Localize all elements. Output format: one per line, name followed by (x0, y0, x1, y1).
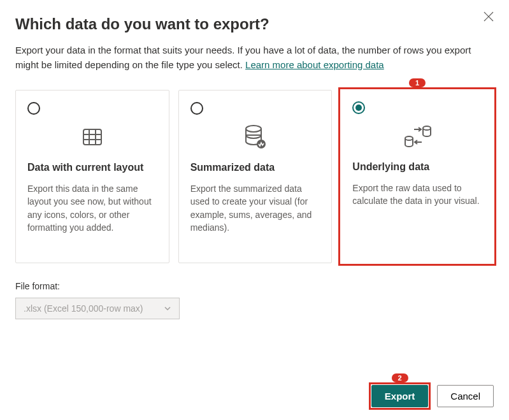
dialog-title: Which data do you want to export? (15, 15, 494, 33)
export-options: Data with current layout Export this dat… (15, 90, 494, 263)
close-button[interactable] (481, 9, 496, 24)
dialog-footer: 2 Export Cancel (371, 385, 494, 407)
svg-point-7 (246, 126, 261, 132)
file-format-value: .xlsx (Excel 150,000-row max) (24, 303, 143, 314)
annotation-badge-2: 2 (391, 373, 408, 382)
svg-point-10 (423, 126, 431, 130)
annotation-frame-1 (338, 87, 496, 266)
option-description: Export the raw data used to calculate th… (352, 182, 482, 208)
database-transfer-icon (352, 122, 482, 151)
chevron-down-icon (164, 305, 171, 312)
svg-point-11 (405, 136, 413, 140)
close-icon (483, 11, 494, 22)
option-description: Export the summarized data used to creat… (190, 182, 320, 234)
option-summarized[interactable]: Summarized data Export the summarized da… (178, 90, 333, 263)
option-title: Data with current layout (27, 162, 157, 173)
database-summary-icon (190, 122, 320, 152)
learn-more-link[interactable]: Learn more about exporting data (245, 59, 384, 70)
option-title: Underlying data (352, 161, 482, 173)
option-underlying[interactable]: 1 Underlying data Export the raw data us… (341, 90, 494, 263)
file-format-label: File format: (15, 281, 494, 291)
option-current-layout[interactable]: Data with current layout Export this dat… (15, 90, 169, 263)
annotation-badge-1: 1 (409, 78, 426, 87)
radio-current-layout[interactable] (27, 102, 40, 115)
radio-summarized[interactable] (190, 102, 203, 115)
svg-rect-2 (83, 129, 101, 145)
file-format-select[interactable]: .xlsx (Excel 150,000-row max) (15, 298, 180, 319)
dialog-description-text: Export your data in the format that suit… (15, 45, 471, 70)
option-title: Summarized data (190, 162, 320, 173)
radio-underlying[interactable] (352, 101, 365, 114)
table-icon (27, 122, 157, 152)
cancel-button[interactable]: Cancel (437, 385, 494, 407)
dialog-description: Export your data in the format that suit… (15, 43, 487, 72)
export-button[interactable]: Export (371, 385, 429, 407)
option-description: Export this data in the same layout you … (27, 182, 157, 234)
